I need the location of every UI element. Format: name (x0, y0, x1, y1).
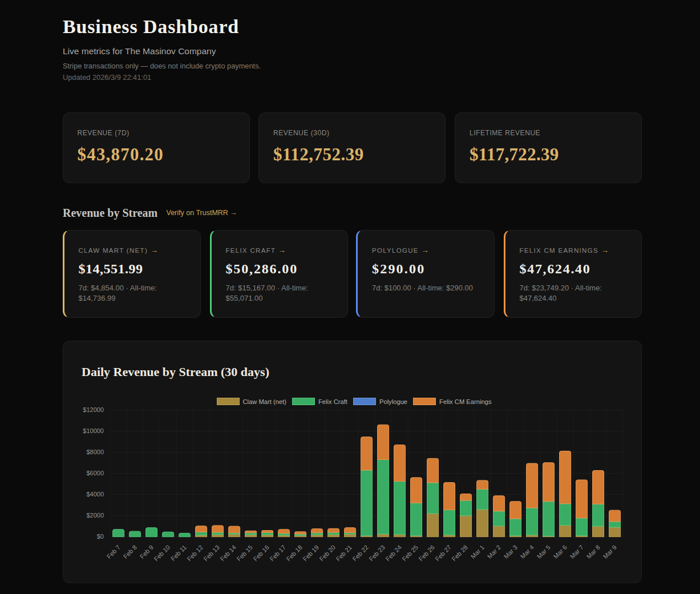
svg-text:Feb 8: Feb 8 (122, 544, 138, 560)
svg-text:Mar 6: Mar 6 (552, 544, 568, 560)
svg-text:Mar 8: Mar 8 (585, 544, 601, 560)
svg-text:Mar 9: Mar 9 (602, 544, 618, 560)
svg-text:Mar 7: Mar 7 (569, 544, 585, 560)
svg-text:$10000: $10000 (83, 427, 104, 434)
svg-text:Feb 16: Feb 16 (252, 544, 270, 563)
svg-text:Feb 17: Feb 17 (268, 544, 287, 563)
svg-text:Mar 1: Mar 1 (470, 544, 485, 560)
svg-text:$12000: $12000 (83, 406, 104, 413)
svg-text:Feb 23: Feb 23 (367, 544, 386, 563)
svg-text:Feb 10: Feb 10 (152, 544, 171, 563)
svg-text:Feb 19: Feb 19 (301, 544, 320, 563)
svg-text:$4000: $4000 (86, 491, 104, 498)
svg-text:$6000: $6000 (86, 470, 104, 476)
svg-text:Feb 15: Feb 15 (235, 544, 254, 563)
svg-text:Feb 22: Feb 22 (351, 544, 370, 563)
svg-text:Mar 5: Mar 5 (536, 544, 552, 560)
svg-text:Mar 2: Mar 2 (486, 544, 502, 560)
svg-text:Feb 26: Feb 26 (417, 544, 436, 563)
svg-text:Feb 12: Feb 12 (185, 544, 204, 563)
svg-text:Feb 24: Feb 24 (384, 544, 403, 563)
svg-text:Feb 18: Feb 18 (285, 544, 304, 563)
svg-text:Feb 27: Feb 27 (434, 544, 452, 563)
svg-text:Mar 4: Mar 4 (519, 544, 535, 560)
svg-text:Feb 25: Feb 25 (400, 544, 419, 563)
svg-text:Feb 14: Feb 14 (219, 544, 237, 563)
svg-text:Feb 13: Feb 13 (202, 544, 221, 563)
svg-text:$8000: $8000 (86, 448, 104, 455)
svg-text:$2000: $2000 (86, 512, 104, 519)
svg-text:$0: $0 (97, 533, 104, 540)
svg-text:Feb 7: Feb 7 (106, 544, 122, 560)
svg-text:Feb 21: Feb 21 (334, 544, 353, 563)
svg-text:Feb 20: Feb 20 (318, 544, 337, 563)
svg-text:Feb 11: Feb 11 (169, 544, 188, 562)
svg-text:Feb 28: Feb 28 (450, 544, 469, 563)
svg-text:Mar 3: Mar 3 (503, 544, 519, 560)
